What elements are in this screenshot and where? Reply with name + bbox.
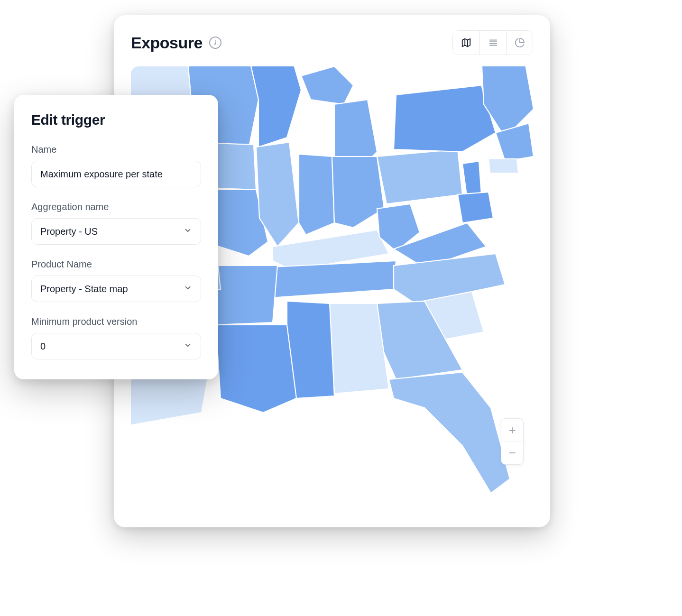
info-icon[interactable]: i	[209, 37, 221, 49]
chevron-down-icon	[184, 284, 192, 294]
exposure-header: Exposure i	[131, 30, 533, 55]
chevron-down-icon	[184, 341, 192, 352]
map-icon	[461, 37, 471, 48]
field-aggregation-label: Aggregation name	[31, 202, 201, 212]
field-min-version-label: Minimum product version	[31, 316, 201, 327]
view-list-button[interactable]	[479, 30, 506, 55]
list-icon	[488, 37, 498, 48]
product-select[interactable]: Property - State map	[31, 276, 201, 302]
field-min-version: Minimum product version 0	[31, 316, 201, 359]
field-name-label: Name	[31, 144, 201, 155]
zoom-out-button[interactable]: −	[501, 441, 523, 464]
min-version-select[interactable]: 0	[31, 333, 201, 359]
field-name: Name	[31, 144, 201, 187]
zoom-in-button[interactable]: +	[501, 419, 523, 441]
product-value: Property - State map	[40, 284, 128, 294]
pie-chart-icon	[515, 37, 525, 48]
view-chart-button[interactable]	[506, 30, 533, 55]
view-map-button[interactable]	[453, 30, 479, 55]
min-version-value: 0	[40, 341, 46, 352]
field-product-label: Product Name	[31, 259, 201, 270]
aggregation-value: Property - US	[40, 226, 98, 237]
chevron-down-icon	[184, 226, 192, 237]
panel-title: Edit trigger	[31, 112, 201, 128]
name-input[interactable]	[31, 161, 201, 187]
view-toggle	[452, 30, 533, 55]
svg-marker-0	[462, 39, 470, 47]
zoom-controls: + −	[501, 418, 524, 465]
field-product: Product Name Property - State map	[31, 259, 201, 302]
exposure-title-wrap: Exposure i	[131, 34, 221, 52]
edit-trigger-panel: Edit trigger Name Aggregation name Prope…	[14, 95, 218, 379]
exposure-title: Exposure	[131, 34, 203, 52]
field-aggregation: Aggregation name Property - US	[31, 202, 201, 245]
aggregation-select[interactable]: Property - US	[31, 218, 201, 245]
